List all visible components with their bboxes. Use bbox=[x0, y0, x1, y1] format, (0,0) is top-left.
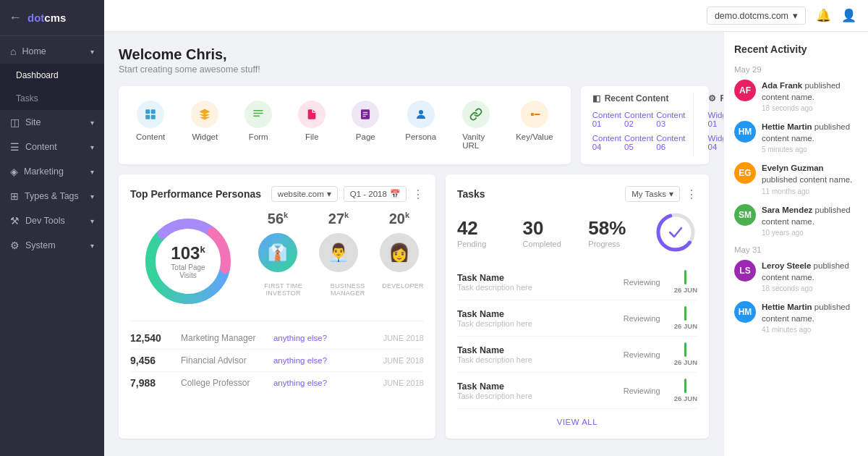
persona-list-row: 7,988 College Professor anything else? J… bbox=[130, 372, 424, 394]
sidebar-item-content[interactable]: ☰ Content ▾ bbox=[0, 135, 104, 159]
activity-item: HM Hettie Martin published content name.… bbox=[734, 121, 858, 153]
task-date-badge: 26 JUN bbox=[674, 270, 697, 294]
notification-icon[interactable]: 🔔 bbox=[816, 8, 831, 23]
personas-card-controls: website.com ▾ Q1 - 2018 📅 ⋮ bbox=[271, 186, 424, 202]
pl-link[interactable]: anything else? bbox=[273, 379, 366, 387]
activity-content: Ada Frank published content name. 18 sec… bbox=[762, 80, 858, 112]
pl-link[interactable]: anything else? bbox=[273, 334, 366, 342]
view-all-button[interactable]: VIEW ALL bbox=[557, 418, 597, 426]
pl-role: Marketing Manager bbox=[181, 333, 273, 343]
activity-avatar: LS bbox=[734, 260, 756, 282]
sidebar-item-types-tags[interactable]: ⊞ Types & Tags ▾ bbox=[0, 184, 104, 208]
persona-avatar-first: 👔 bbox=[258, 233, 297, 272]
quick-link-file[interactable]: File bbox=[285, 95, 339, 156]
task-name: Task Name bbox=[457, 381, 624, 392]
domain-selector[interactable]: demo.dotcms.com ▾ bbox=[707, 7, 806, 25]
recent-content-title: ◧ Recent Content bbox=[592, 93, 686, 104]
activity-avatar: SM bbox=[734, 204, 756, 226]
activity-content: Leroy Steele published content name. 18 … bbox=[762, 260, 858, 292]
task-status: Reviewing bbox=[624, 350, 674, 359]
recent-content-item[interactable]: Content 02 bbox=[624, 109, 653, 130]
activity-item: HM Hettie Martin published content name.… bbox=[734, 301, 858, 334]
sidebar-item-devtools[interactable]: ⚒ Dev Tools ▾ bbox=[0, 208, 104, 233]
dropdown-icon: ▾ bbox=[669, 189, 673, 199]
quick-link-widget[interactable]: Widget bbox=[178, 95, 231, 156]
quick-link-page[interactable]: Page bbox=[339, 95, 392, 156]
recent-content-item[interactable]: Content 05 bbox=[624, 132, 653, 153]
form-ql-label: Form bbox=[249, 132, 268, 141]
persona-list: 12,540 Marketing Manager anything else? … bbox=[130, 321, 424, 394]
recent-content-item[interactable]: Content 06 bbox=[656, 132, 685, 153]
task-stat-progress: 58% Progress bbox=[588, 217, 654, 248]
task-stat-pending: 42 Pending bbox=[457, 217, 523, 248]
persona-ql-label: Persona bbox=[405, 132, 436, 141]
pl-date: JUNE 2018 bbox=[366, 356, 424, 365]
topbar-icons: 🔔 👤 bbox=[816, 8, 856, 23]
sidebar-logo: ← dotcms bbox=[0, 0, 104, 36]
file-ql-label: File bbox=[305, 132, 319, 141]
back-icon[interactable]: ← bbox=[9, 10, 22, 25]
recent-panels: ◧ Recent Content Content 01 Content 02 C… bbox=[581, 86, 709, 164]
tasks-more-icon[interactable]: ⋮ bbox=[686, 187, 697, 201]
recent-widget-item[interactable]: Widget 04 bbox=[708, 132, 723, 153]
recent-content-grid: Content 01 Content 02 Content 03 Content… bbox=[592, 109, 686, 153]
user-icon[interactable]: 👤 bbox=[841, 8, 856, 23]
task-status: Reviewing bbox=[624, 387, 674, 395]
quick-link-keyvalue[interactable]: Key/Value bbox=[503, 95, 566, 156]
task-pending-label: Pending bbox=[457, 240, 523, 248]
more-icon[interactable]: ⋮ bbox=[412, 187, 424, 201]
task-status: Reviewing bbox=[624, 278, 674, 287]
quick-link-vanity[interactable]: Vanity URL bbox=[449, 95, 503, 156]
sidebar-item-system[interactable]: ⚙ System ▾ bbox=[0, 233, 104, 258]
form-ql-icon bbox=[244, 101, 272, 128]
task-stat-completed: 30 Completed bbox=[523, 217, 589, 248]
activity-avatar: AF bbox=[734, 80, 756, 101]
quick-link-form[interactable]: Form bbox=[231, 95, 285, 156]
activity-item: SM Sara Mendez published content name. 1… bbox=[734, 204, 858, 237]
personas-date-range[interactable]: Q1 - 2018 📅 bbox=[344, 186, 407, 202]
quick-link-persona[interactable]: Persona bbox=[392, 95, 449, 156]
nav-label: Tasks bbox=[16, 93, 38, 104]
svg-rect-0 bbox=[145, 109, 150, 114]
recent-content-icon: ◧ bbox=[592, 93, 600, 104]
avatar-business: 👨‍💼 bbox=[319, 233, 358, 272]
task-info: Task Name Task description here bbox=[457, 309, 624, 328]
pl-link[interactable]: anything else? bbox=[273, 356, 366, 365]
sidebar-item-marketing[interactable]: ◈ Marketing ▾ bbox=[0, 159, 104, 184]
activity-item: AF Ada Frank published content name. 18 … bbox=[734, 80, 858, 112]
recent-content-item[interactable]: Content 03 bbox=[656, 109, 685, 130]
tasks-card-header: Tasks My Tasks ▾ ⋮ bbox=[457, 186, 697, 202]
chevron-icon: ▾ bbox=[90, 119, 94, 127]
task-date-badge: 26 JUN bbox=[674, 379, 697, 402]
recent-widget-item[interactable]: Widget 01 bbox=[708, 109, 723, 130]
recent-widgets-grid: Widget 01 Widget 02 Widget 03 Widget 04 … bbox=[708, 109, 723, 153]
sidebar-nav: ⌂ Home ▾ Dashboard Tasks ◫ Site ▾ ☰ Cont… bbox=[0, 36, 104, 456]
task-date-badge: 26 JUN bbox=[674, 342, 697, 366]
activity-date-may29: May 29 bbox=[734, 65, 858, 74]
tasks-selector[interactable]: My Tasks ▾ bbox=[625, 186, 680, 202]
persona-list-row: 9,456 Financial Advisor anything else? J… bbox=[130, 350, 424, 372]
persona-list-row: 12,540 Marketing Manager anything else? … bbox=[130, 327, 424, 350]
recent-content-item[interactable]: Content 01 bbox=[592, 109, 621, 130]
sidebar-item-tasks[interactable]: Tasks bbox=[0, 87, 104, 110]
persona-bar-business: 27k bbox=[314, 211, 363, 227]
donut-label: 103k Total Page Visits bbox=[163, 243, 213, 279]
logo: dotcms bbox=[27, 12, 66, 24]
recent-widgets-title: ⚙ Recent Widgets bbox=[708, 93, 723, 104]
sidebar-item-site[interactable]: ◫ Site ▾ bbox=[0, 110, 104, 135]
content-icon: ☰ bbox=[10, 141, 20, 153]
svg-rect-6 bbox=[254, 116, 260, 117]
topbar: demo.dotcms.com ▾ 🔔 👤 bbox=[104, 0, 868, 32]
task-info: Task Name Task description here bbox=[457, 273, 624, 292]
pl-role: Financial Advisor bbox=[181, 355, 273, 366]
sidebar-item-home[interactable]: ⌂ Home ▾ bbox=[0, 39, 104, 64]
svg-rect-3 bbox=[151, 115, 156, 119]
home-icon: ⌂ bbox=[10, 46, 16, 57]
task-row: Task Name Task description here Reviewin… bbox=[457, 300, 697, 337]
quick-link-content[interactable]: Content bbox=[123, 95, 178, 156]
sidebar-item-dashboard[interactable]: Dashboard bbox=[0, 64, 104, 87]
recent-content-item[interactable]: Content 04 bbox=[592, 132, 621, 153]
personas-selector[interactable]: website.com ▾ bbox=[271, 186, 338, 202]
vanity-ql-icon bbox=[462, 101, 490, 128]
site-icon: ◫ bbox=[10, 117, 20, 128]
